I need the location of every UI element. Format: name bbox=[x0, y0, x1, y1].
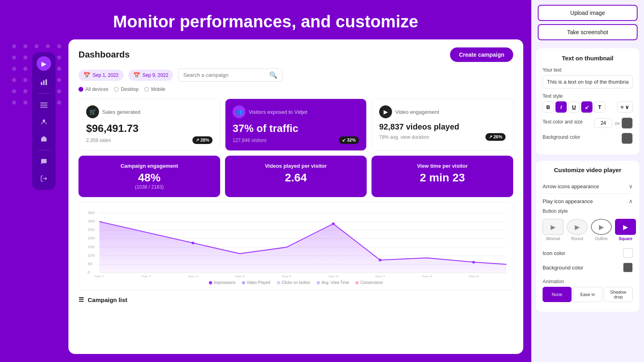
anim-shadow-drop-button[interactable]: Shadow drop bbox=[604, 287, 633, 302]
video-sub: 78% avg. view duration ↗ 26% bbox=[379, 133, 506, 141]
calendar-icon-2: 📅 bbox=[133, 72, 140, 78]
svg-text:250: 250 bbox=[88, 228, 95, 232]
sidebar-user-icon[interactable] bbox=[37, 115, 51, 129]
anim-ease-in-button[interactable]: Ease in bbox=[573, 287, 602, 302]
thumbnail-section-title: Text on thumbnail bbox=[543, 55, 633, 62]
square-play-icon: ▶ bbox=[623, 223, 628, 231]
sidebar-chat-icon[interactable] bbox=[37, 154, 51, 169]
style-round[interactable]: ▶ Round bbox=[567, 219, 588, 241]
campaign-list-header: ☰ Campaign list bbox=[78, 290, 513, 303]
legend-clicks: Clicks on button bbox=[277, 280, 310, 285]
take-screenshot-button[interactable]: Take screenshot bbox=[538, 24, 638, 40]
sidebar-logout-icon[interactable] bbox=[37, 171, 51, 186]
sidebar-menu-icon[interactable] bbox=[37, 98, 51, 112]
legend-conversions: Conversions bbox=[355, 280, 383, 285]
svg-rect-5 bbox=[40, 107, 47, 108]
style-outline-preview: ▶ bbox=[591, 219, 612, 235]
stat-card-visitors: 👥 Visitors exposed to Vidjet 37% of traf… bbox=[225, 99, 367, 151]
style-square[interactable]: ▶ Square bbox=[615, 219, 636, 241]
minimal-play-icon: ▶ bbox=[551, 223, 555, 231]
right-panel: Upload image Take screenshot Text on thu… bbox=[531, 0, 644, 362]
sidebar-play-button[interactable]: ▶ bbox=[37, 56, 51, 71]
bold-button[interactable]: B bbox=[543, 101, 554, 113]
engagement-cards: Campaign engagement 48% (1038 / 2183) Vi… bbox=[78, 156, 513, 197]
device-mobile[interactable]: Mobile bbox=[144, 86, 165, 92]
sales-value: $96,491.73 bbox=[86, 122, 213, 135]
text-style-row: B I U ↙ T ≡ ∨ bbox=[543, 101, 633, 113]
font-size-input[interactable] bbox=[594, 118, 612, 128]
align-left-button[interactable]: ↙ bbox=[581, 101, 592, 113]
sidebar-divider-2 bbox=[38, 150, 50, 150]
play-icon-label: Play icon appearance bbox=[543, 198, 593, 204]
video-label: Video engagement bbox=[395, 109, 439, 115]
arrow-icons-label: Arrow icons appearance bbox=[543, 183, 599, 189]
svg-point-27 bbox=[472, 261, 475, 263]
your-text-label: Your text bbox=[543, 67, 633, 73]
visitors-label: Visitors exposed to Vidjet bbox=[249, 109, 308, 115]
svg-text:Sep 2: Sep 2 bbox=[141, 275, 151, 277]
search-box[interactable]: 🔍 bbox=[178, 68, 283, 82]
chart-svg: 350 300 250 200 150 100 50 0 bbox=[85, 209, 506, 277]
eng-videos-title: Videos played per visitor bbox=[232, 163, 359, 169]
arrow-icons-accordion[interactable]: Arrow icons appearance ∨ bbox=[543, 179, 633, 194]
anim-none-button[interactable]: None bbox=[543, 287, 572, 302]
play-icon-header[interactable]: Play icon appearance ∧ bbox=[543, 198, 633, 204]
legend-video-played: Video Played bbox=[242, 280, 270, 285]
button-style-grid: ▶ Minimal ▶ Round ▶ Outline bbox=[543, 219, 633, 241]
sales-label: Sales generated bbox=[102, 109, 140, 115]
svg-text:Sep 3: Sep 3 bbox=[188, 275, 198, 277]
icon-color-row: Icon color bbox=[543, 246, 633, 260]
chart-legend: Impressions Video Played Clicks on butto… bbox=[85, 280, 506, 285]
bg-color-row: Background color bbox=[543, 133, 633, 144]
sales-badge: ↗ 28% bbox=[192, 136, 213, 144]
sidebar-chart-icon[interactable] bbox=[37, 75, 51, 89]
date-from-pill[interactable]: 📅 Sep 1, 2022 bbox=[78, 70, 124, 81]
upload-image-button[interactable]: Upload image bbox=[538, 5, 638, 21]
list-style-button[interactable]: ≡ ∨ bbox=[617, 101, 633, 113]
search-input[interactable] bbox=[183, 72, 266, 78]
create-campaign-button[interactable]: Create campaign bbox=[450, 47, 513, 62]
eng-videos-value: 2.64 bbox=[232, 171, 359, 184]
svg-text:100: 100 bbox=[88, 253, 95, 257]
page-title: Monitor performances, and customize bbox=[8, 12, 523, 31]
play-icon-accordion[interactable]: Play icon appearance ∧ Button style ▶ Mi… bbox=[543, 194, 633, 306]
bg-color-swatch-customize[interactable] bbox=[623, 263, 633, 272]
text-color-swatch[interactable] bbox=[621, 117, 633, 129]
text-style-label: Text style bbox=[543, 93, 633, 99]
svg-text:350: 350 bbox=[88, 210, 95, 214]
sidebar-home-icon[interactable] bbox=[37, 132, 51, 146]
eng-card-viewtime: View time per visitor 2 min 23 bbox=[372, 156, 513, 197]
arrow-icons-header[interactable]: Arrow icons appearance ∨ bbox=[543, 183, 633, 189]
bg-color-row-customize: Background color bbox=[543, 260, 633, 275]
underline-button[interactable]: U bbox=[568, 101, 580, 113]
eng-campaign-sub: (1038 / 2183) bbox=[86, 184, 213, 190]
visitors-badge: ↙ 32% bbox=[339, 136, 359, 144]
device-desktop-label: Desktop bbox=[121, 86, 138, 92]
visitors-value: 37% of traffic bbox=[233, 122, 359, 135]
thumbnail-section: Text on thumbnail Your text Text style B… bbox=[536, 48, 639, 154]
icon-color-swatch[interactable] bbox=[623, 248, 633, 258]
thumbnail-text-input[interactable] bbox=[543, 75, 633, 88]
svg-rect-3 bbox=[40, 103, 47, 103]
left-area: Monitor performances, and customize ▶ bbox=[0, 0, 531, 362]
customize-section: Customize video player Arrow icons appea… bbox=[536, 161, 639, 312]
video-value: 92,837 videos played bbox=[379, 122, 506, 132]
style-outline[interactable]: ▶ Outline bbox=[591, 219, 612, 241]
style-minimal[interactable]: ▶ Minimal bbox=[543, 219, 564, 241]
align-text-button[interactable]: T bbox=[594, 101, 605, 113]
svg-point-25 bbox=[332, 222, 334, 225]
bg-color-swatch[interactable] bbox=[621, 133, 633, 144]
sales-icon: 🛒 bbox=[86, 105, 99, 118]
calendar-icon: 📅 bbox=[83, 72, 90, 78]
italic-button[interactable]: I bbox=[555, 101, 567, 113]
device-desktop[interactable]: Desktop bbox=[114, 86, 138, 92]
sidebar-divider bbox=[38, 93, 50, 94]
device-all-devices[interactable]: All devices bbox=[78, 86, 108, 92]
dashboard-card: Dashboards Create campaign 📅 Sep 1, 2022… bbox=[68, 39, 523, 354]
date-to-pill[interactable]: 📅 Sep 9, 2022 bbox=[128, 70, 173, 81]
svg-rect-0 bbox=[41, 82, 42, 85]
svg-point-24 bbox=[192, 242, 194, 244]
eng-viewtime-title: View time per visitor bbox=[379, 163, 506, 169]
legend-view-time: Avg. View Time bbox=[317, 280, 349, 285]
animation-options: None Ease in Shadow drop bbox=[543, 287, 633, 302]
